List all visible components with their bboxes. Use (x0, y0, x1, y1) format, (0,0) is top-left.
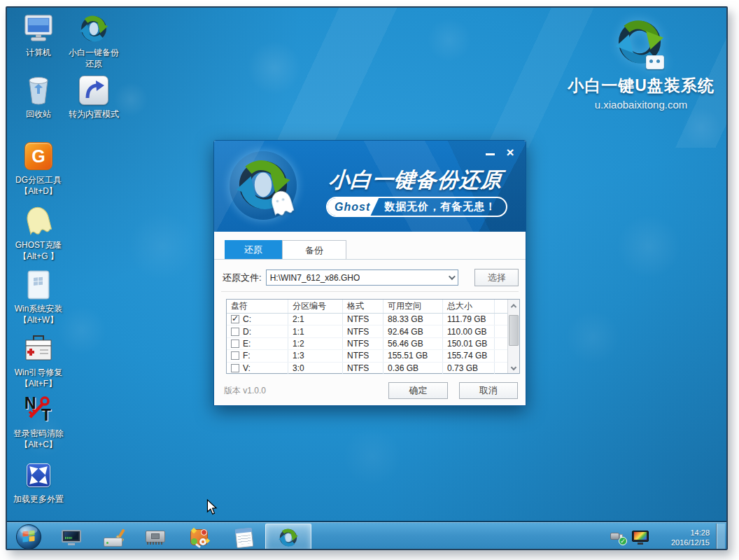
drive-cell: C: (243, 314, 251, 324)
select-button[interactable]: 选择 (474, 269, 519, 286)
desktop-icon-hotkey: 【Alt+G 】 (6, 251, 72, 262)
table-row[interactable]: V: 3:0 NTFS 0.36 GB 0.73 GB (227, 363, 519, 374)
taskbar-disk-cleanup[interactable] (94, 524, 132, 550)
desktop-icon-password-clear[interactable]: NT 登录密码清除 【Alt+C】 (6, 393, 72, 450)
taskbar-memory-tool[interactable] (136, 524, 174, 550)
tab-backup[interactable]: 备份 (282, 240, 346, 259)
taskbar-system-tools[interactable] (181, 524, 218, 550)
disk-cleanup-icon (103, 528, 124, 547)
ghost-brand-label: Ghost (328, 198, 379, 216)
desktop-icon-boot-repair[interactable]: Win引导修复 【Alt+F】 (6, 332, 72, 389)
row-checkbox[interactable] (231, 340, 239, 348)
format-cell: NTFS (343, 363, 383, 374)
ok-button[interactable]: 确定 (388, 382, 448, 399)
nt-key-icon: NT (22, 393, 55, 426)
desktop-icon-label: GHOST克隆 (6, 239, 72, 251)
free-cell: 0.36 GB (383, 363, 443, 374)
desktop-icon-dg-partition[interactable]: G DG分区工具 【Alt+D】 (6, 140, 72, 197)
desktop-icon-hotkey: 【Alt+W】 (6, 314, 72, 326)
brand-url: u.xiaobaixitong.com (550, 99, 728, 111)
taskbar-notepad[interactable] (225, 524, 263, 550)
desktop-icon-load-more[interactable]: 加载更多外置 (6, 459, 72, 505)
scrollbar-thumb[interactable] (509, 315, 519, 346)
taskbar-display-tool[interactable] (52, 524, 90, 550)
desktop-icon-label: 转为内置模式 (60, 108, 127, 120)
total-cell: 110.00 GB (443, 326, 495, 337)
format-cell: NTFS (343, 350, 383, 361)
usb-safely-remove-icon[interactable]: ✓ (610, 530, 627, 545)
drive-cell: V: (243, 363, 251, 373)
format-cell: NTFS (343, 314, 383, 325)
restore-file-combobox[interactable]: H:\WIN7_612_x86.GHO (266, 270, 459, 286)
display-settings-icon[interactable] (632, 531, 649, 545)
desktop-icon-label: Win系统安装 (6, 303, 72, 314)
computer-icon (22, 13, 55, 45)
system-tray: ✓ 14:28 2016/12/15 (610, 522, 710, 550)
desktop-icon-label: DG分区工具 (6, 174, 72, 186)
window-banner: 小白一键备份还原 Ghost 数据无价，有备无患！ × (214, 141, 526, 232)
table-row[interactable]: C: 2:1 NTFS 88.33 GB 111.79 GB (227, 314, 519, 326)
desktop-icon-label: 还原 (60, 58, 127, 69)
total-cell: 155.74 GB (443, 350, 495, 361)
mouse-cursor (206, 499, 218, 518)
minimize-button[interactable] (484, 146, 496, 158)
column-free: 可用空间 (383, 300, 443, 313)
cancel-button[interactable]: 取消 (459, 382, 518, 399)
free-cell: 92.64 GB (383, 326, 443, 337)
row-checkbox[interactable] (231, 351, 239, 360)
desktop-icon-hotkey: 【Alt+D】 (6, 186, 72, 197)
desktop-icon-label: Win引导修复 (6, 367, 72, 378)
desktop-icon-ghost-clone[interactable]: GHOST克隆 【Alt+G 】 (6, 205, 72, 262)
row-checkbox[interactable] (231, 364, 239, 372)
brand-title: 小白一键U盘装系统 (550, 75, 728, 97)
sync-arrows-icon (278, 527, 299, 548)
backup-restore-window: 小白一键备份还原 Ghost 数据无价，有备无患！ × 还原 备份 还原文件: … (213, 140, 526, 406)
memory-chip-icon (146, 531, 165, 545)
window-content: 还原 备份 还原文件: H:\WIN7_612_x86.GHO 选择 盘符 分区… (214, 232, 526, 405)
desktop-icon-hotkey: 【Alt+C】 (6, 439, 72, 450)
taskbar-backup-restore-app[interactable] (265, 524, 311, 550)
minimize-icon (486, 153, 495, 155)
display-icon (62, 530, 81, 545)
desktop-icon-hotkey: 【Alt+F】 (6, 378, 72, 389)
format-cell: NTFS (343, 326, 383, 337)
desktop-icon-win-install[interactable]: Win系统安装 【Alt+W】 (6, 269, 72, 326)
partition-cell: 2:1 (288, 314, 343, 325)
table-row[interactable]: D: 1:1 NTFS 92.64 GB 110.00 GB (227, 326, 519, 337)
arrow-shortcut-icon (78, 74, 110, 106)
desktop: 计算机 小白一键备份 还原 回收站 (6, 6, 728, 550)
wallpaper-branding: 小白一键U盘装系统 u.xiaobaixitong.com (550, 16, 728, 111)
taskbar-clock[interactable]: 14:28 2016/12/15 (654, 528, 710, 547)
column-drive: 盘符 (227, 300, 288, 313)
group-divider (221, 291, 519, 292)
scroll-down-icon[interactable] (508, 362, 519, 372)
show-desktop-button[interactable] (716, 524, 725, 550)
row-checkbox[interactable] (231, 328, 239, 336)
tab-divider (214, 259, 526, 260)
desktop-icon-backup-restore[interactable]: 小白一键备份 还原 (60, 13, 127, 69)
scroll-up-icon[interactable] (508, 300, 519, 311)
table-row[interactable]: E: 1:2 NTFS 56.46 GB 150.01 GB (227, 338, 519, 350)
table-scrollbar[interactable] (507, 300, 519, 373)
tab-restore[interactable]: 还原 (225, 240, 282, 259)
desktop-icon-label: 小白一键备份 (60, 47, 127, 58)
close-button[interactable]: × (503, 146, 517, 159)
desktop-icon-internal-mode[interactable]: 转为内置模式 (60, 74, 127, 120)
usb-drive-icon (646, 55, 664, 69)
table-row[interactable]: F: 1:3 NTFS 155.51 GB 155.74 GB (227, 350, 519, 362)
expand-arrows-icon (22, 459, 55, 491)
partition-cell: 3:0 (288, 363, 343, 374)
notepad-icon (235, 527, 254, 547)
total-cell: 111.79 GB (443, 314, 495, 325)
table-header: 盘符 分区编号 格式 可用空间 总大小 (227, 300, 519, 314)
column-partition: 分区编号 (288, 300, 343, 313)
desktop-icon-label: 登录密码清除 (6, 428, 72, 439)
partition-cell: 1:1 (288, 326, 343, 337)
restore-file-value: H:\WIN7_612_x86.GHO (267, 273, 360, 283)
drive-cell: D: (243, 327, 251, 337)
start-button[interactable] (15, 524, 42, 550)
system-tools-icon (190, 528, 209, 547)
drive-cell: F: (243, 351, 251, 360)
taskbar: ✓ 14:28 2016/12/15 (7, 521, 726, 550)
row-checkbox[interactable] (231, 315, 239, 323)
